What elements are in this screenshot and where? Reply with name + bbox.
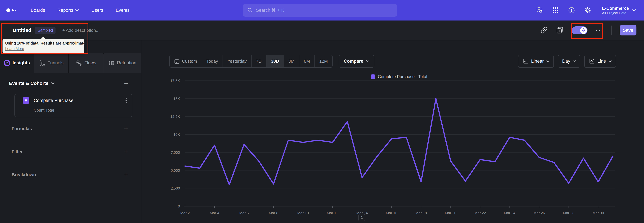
x-tick-label: Mar 6 bbox=[239, 211, 249, 215]
add-breakdown-button[interactable]: + bbox=[124, 172, 128, 177]
y-tick-label: 7,500 bbox=[171, 150, 180, 155]
report-title[interactable]: Untitled bbox=[12, 27, 31, 33]
x-tick-label: Mar 4 bbox=[210, 211, 219, 215]
nav-item-reports[interactable]: Reports bbox=[58, 8, 79, 13]
add-filter-button[interactable]: + bbox=[124, 149, 128, 154]
primary-nav: Boards Reports Users Events bbox=[31, 8, 130, 13]
chart-view-controls: Linear Day Line bbox=[518, 55, 616, 68]
save-button[interactable]: Save bbox=[620, 25, 636, 36]
event-options-icon[interactable] bbox=[125, 97, 127, 104]
range-today[interactable]: Today bbox=[202, 55, 222, 67]
range-yesterday[interactable]: Yesterday bbox=[222, 55, 251, 67]
sampling-tooltip: Using 10% of data. Results are approxima… bbox=[2, 39, 84, 53]
x-tick-label: Mar 2 bbox=[180, 211, 190, 215]
y-tick-label: 2,500 bbox=[171, 186, 180, 190]
line-chart-canvas[interactable]: 02,5005,0007,50010K12.5K15K17.5KMar 2Mar… bbox=[142, 74, 644, 222]
y-tick-label: 10K bbox=[174, 133, 180, 137]
nav-item-boards[interactable]: Boards bbox=[31, 8, 45, 13]
apps-grid-icon[interactable] bbox=[552, 7, 559, 14]
lightning-icon bbox=[582, 28, 586, 33]
y-tick-label: 17.5K bbox=[170, 79, 180, 83]
chevron-down-icon bbox=[573, 60, 576, 62]
x-tick-label: Mar 16 bbox=[386, 211, 397, 215]
x-tick-label: Mar 22 bbox=[474, 211, 486, 215]
series-line bbox=[185, 99, 613, 185]
help-icon[interactable]: ? bbox=[568, 7, 575, 14]
events-cohorts-header: Events & Cohorts + bbox=[0, 81, 142, 86]
learn-more-link[interactable]: Learn More bbox=[5, 47, 24, 51]
formulas-section: Formulas + bbox=[0, 125, 142, 132]
line-chart-icon bbox=[589, 58, 595, 64]
filter-label: Filter bbox=[12, 149, 23, 154]
search-icon bbox=[247, 8, 253, 13]
x-tick-label: Mar 8 bbox=[269, 211, 278, 215]
range-3m[interactable]: 3M bbox=[284, 55, 299, 67]
report-toolbar: Untitled Sampled + Add description... bbox=[0, 21, 644, 40]
breakdown-label: Breakdown bbox=[12, 172, 36, 177]
sampled-badge[interactable]: Sampled bbox=[35, 27, 56, 34]
tooltip-text: Using 10% of data. Results are approxima… bbox=[5, 41, 82, 46]
range-7d[interactable]: 7D bbox=[251, 55, 266, 67]
y-tick-label: 12.5K bbox=[170, 115, 180, 119]
project-scope: All Project Data bbox=[602, 11, 629, 15]
project-selector[interactable]: E-Commerce All Project Data bbox=[602, 6, 636, 15]
add-description-button[interactable]: + Add description... bbox=[62, 28, 100, 33]
event-letter-badge: A bbox=[23, 97, 29, 104]
nav-utilities: ? E-Commerce All Project Data bbox=[536, 6, 636, 15]
settings-gear-icon[interactable] bbox=[584, 7, 591, 14]
insights-icon bbox=[4, 60, 10, 66]
query-builder-sidebar: Insights Funnels Flows bbox=[0, 40, 142, 223]
event-row-complete-purchase[interactable]: A Complete Purchase Count Total bbox=[14, 94, 132, 117]
x-tick-label: Mar 20 bbox=[445, 211, 456, 215]
add-to-board-icon[interactable] bbox=[556, 26, 564, 34]
range-custom[interactable]: Custom bbox=[170, 55, 202, 67]
event-metric[interactable]: Count Total bbox=[34, 108, 127, 113]
tab-insights[interactable]: Insights bbox=[0, 53, 34, 73]
range-6m[interactable]: 6M bbox=[299, 55, 314, 67]
formulas-label: Formulas bbox=[12, 126, 32, 131]
project-name: E-Commerce bbox=[602, 6, 629, 11]
breakdown-section: Breakdown + bbox=[0, 171, 142, 178]
svg-text:?: ? bbox=[570, 9, 572, 12]
scale-dropdown[interactable]: Linear bbox=[518, 55, 554, 68]
range-30d[interactable]: 30D bbox=[266, 55, 284, 67]
chevron-down-icon bbox=[546, 60, 550, 62]
search-input[interactable]: Search ⌘ + K bbox=[243, 4, 397, 17]
chart-type-dropdown[interactable]: Line bbox=[584, 55, 616, 68]
chart-controls: Custom Today Yesterday 7D 30D 3M 6M 12M … bbox=[142, 55, 644, 68]
y-tick-label: 0 bbox=[178, 204, 180, 208]
chevron-down-icon bbox=[51, 82, 54, 84]
events-cohorts-toggle[interactable]: Events & Cohorts bbox=[9, 81, 54, 86]
flows-icon bbox=[76, 60, 82, 66]
nav-item-users[interactable]: Users bbox=[92, 8, 103, 13]
x-tick-label: Mar 26 bbox=[534, 211, 545, 215]
chevron-down-icon bbox=[608, 60, 612, 62]
top-nav: Boards Reports Users Events Search ⌘ + K bbox=[0, 0, 644, 21]
chart-panel: Custom Today Yesterday 7D 30D 3M 6M 12M … bbox=[142, 40, 644, 223]
add-formula-button[interactable]: + bbox=[124, 126, 128, 131]
more-options-icon[interactable] bbox=[596, 26, 603, 34]
axis-scale-icon bbox=[522, 58, 528, 64]
search-placeholder: Search ⌘ + K bbox=[256, 8, 284, 13]
funnels-icon bbox=[39, 60, 45, 66]
x-tick-label: Mar 12 bbox=[327, 211, 338, 215]
data-management-icon[interactable] bbox=[536, 7, 543, 14]
add-event-button[interactable]: + bbox=[124, 81, 128, 86]
range-12m[interactable]: 12M bbox=[314, 55, 332, 67]
nav-item-events[interactable]: Events bbox=[116, 8, 130, 13]
calendar-icon bbox=[174, 59, 180, 64]
mixpanel-logo-icon[interactable] bbox=[6, 9, 16, 12]
page-indicator[interactable]: 1 bbox=[358, 214, 365, 221]
interval-dropdown[interactable]: Day bbox=[558, 55, 580, 68]
compare-button[interactable]: Compare bbox=[338, 55, 374, 68]
y-tick-label: 15K bbox=[174, 97, 180, 101]
tab-flows[interactable]: Flows bbox=[68, 53, 103, 73]
boost-toggle[interactable] bbox=[572, 26, 588, 34]
tab-funnels[interactable]: Funnels bbox=[34, 53, 68, 73]
toolbar-actions: Save bbox=[540, 25, 636, 36]
tab-retention[interactable]: Retention bbox=[103, 53, 142, 73]
x-tick-label: Mar 10 bbox=[297, 211, 309, 215]
event-name: Complete Purchase bbox=[34, 98, 74, 103]
chevron-down-icon bbox=[366, 60, 369, 62]
share-link-icon[interactable] bbox=[540, 26, 548, 34]
